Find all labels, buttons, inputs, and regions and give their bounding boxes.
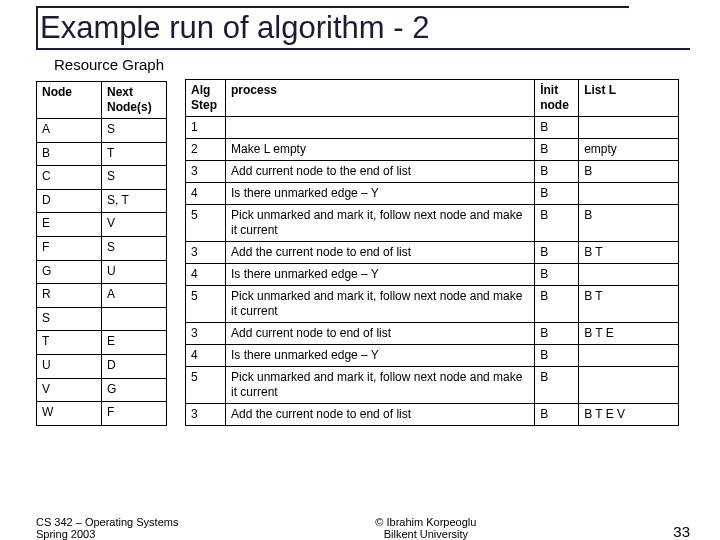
table-row: FS [37, 237, 167, 261]
table-row: 3Add current node to end of listBB T E [186, 323, 679, 345]
table-header: Next Node(s) [102, 82, 167, 119]
table-row: BT [37, 142, 167, 166]
table-row: 4Is there unmarked edge – YB [186, 264, 679, 286]
table-row: 5Pick unmarked and mark it, follow next … [186, 367, 679, 404]
table-row: VG [37, 378, 167, 402]
table-header: Node [37, 82, 102, 119]
table-row: RA [37, 284, 167, 308]
slide-title: Example run of algorithm - 2 [36, 6, 629, 48]
table-row: GU [37, 260, 167, 284]
algorithm-table: Alg Stepprocessİnit nodeList L 1B2Make L… [185, 79, 679, 426]
table-row: EV [37, 213, 167, 237]
table-row: 2Make L emptyBempty [186, 139, 679, 161]
table-row: 5Pick unmarked and mark it, follow next … [186, 286, 679, 323]
table-header: process [225, 80, 534, 117]
table-row: AS [37, 119, 167, 143]
table-row: WF [37, 402, 167, 426]
table-row: 3Add the current node to end of listBB T [186, 242, 679, 264]
slide-number: 33 [673, 523, 690, 540]
table-row: 4Is there unmarked edge – YB [186, 183, 679, 205]
footer-course: CS 342 – Operating Systems [36, 516, 178, 528]
footer-org: Bilkent University [375, 528, 476, 540]
footer-author: © Ibrahim Korpeoglu [375, 516, 476, 528]
table-header: List L [579, 80, 679, 117]
table-row: 3Add current node to the end of listBB [186, 161, 679, 183]
table-header: İnit node [535, 80, 579, 117]
table-row: 4Is there unmarked edge – YB [186, 345, 679, 367]
resource-graph-table: NodeNext Node(s) ASBTCSDS, TEVFSGURASTEU… [36, 81, 167, 426]
table-row: TE [37, 331, 167, 355]
table-row: 1B [186, 117, 679, 139]
footer: CS 342 – Operating Systems Spring 2003 ©… [36, 516, 690, 540]
table-header: Alg Step [186, 80, 226, 117]
table-row: S [37, 307, 167, 331]
table-row: UD [37, 355, 167, 379]
table-row: 3Add the current node to end of listBB T… [186, 404, 679, 426]
subtitle: Resource Graph [54, 56, 690, 73]
table-row: 5Pick unmarked and mark it, follow next … [186, 205, 679, 242]
footer-term: Spring 2003 [36, 528, 178, 540]
table-row: DS, T [37, 189, 167, 213]
table-row: CS [37, 166, 167, 190]
